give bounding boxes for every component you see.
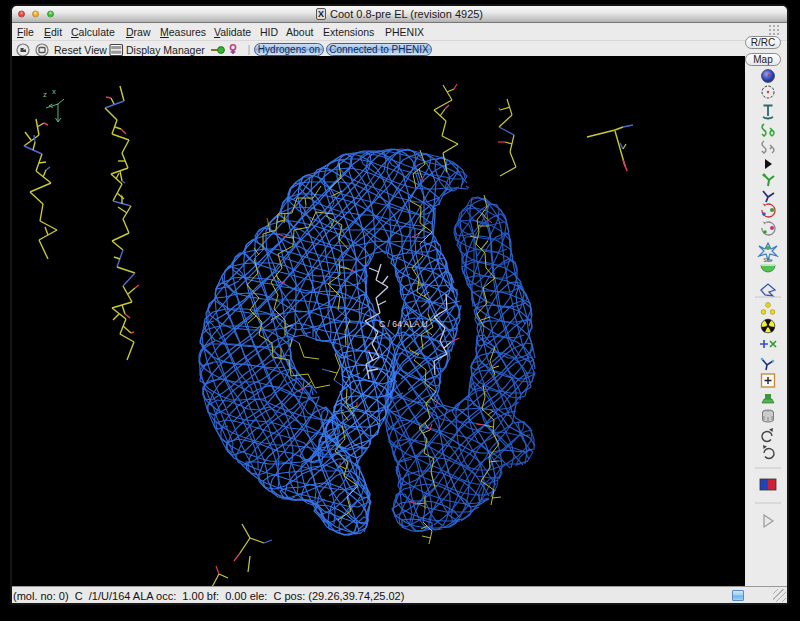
svg-text:Side: Side: [763, 258, 773, 263]
svg-text:C / 64 ALA U: C / 64 ALA U: [379, 319, 428, 329]
svg-text:x: x: [52, 87, 56, 96]
svg-text:z: z: [43, 90, 47, 99]
